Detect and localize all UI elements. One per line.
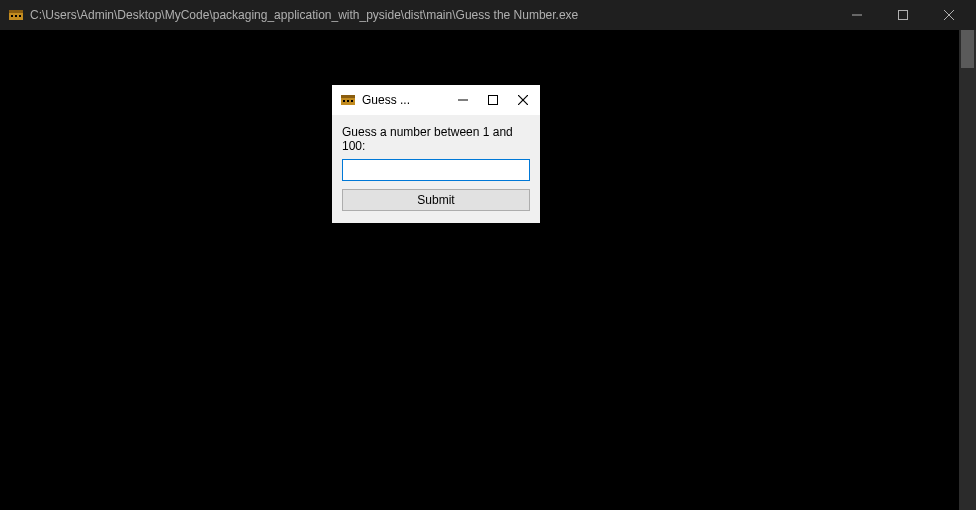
dialog-titlebar[interactable]: Guess ...	[332, 85, 540, 115]
dialog-maximize-button[interactable]	[478, 85, 508, 115]
dialog-body: Guess a number between 1 and 100: Submit	[332, 115, 540, 223]
console-window-controls	[834, 0, 972, 30]
dialog-minimize-button[interactable]	[448, 85, 478, 115]
dialog-close-button[interactable]	[508, 85, 538, 115]
dialog-title: Guess ...	[362, 93, 448, 107]
svg-rect-10	[341, 95, 355, 98]
svg-rect-11	[343, 100, 345, 102]
svg-rect-5	[852, 15, 862, 16]
svg-rect-14	[458, 100, 468, 101]
minimize-button[interactable]	[834, 0, 880, 30]
console-title: C:\Users\Admin\Desktop\MyCode\packaging_…	[30, 8, 834, 22]
dialog-window-controls	[448, 85, 538, 115]
scrollbar-thumb[interactable]	[961, 30, 974, 68]
console-window: C:\Users\Admin\Desktop\MyCode\packaging_…	[0, 0, 976, 510]
svg-rect-4	[19, 15, 21, 17]
svg-rect-2	[11, 15, 13, 17]
svg-rect-6	[899, 11, 908, 20]
svg-rect-13	[351, 100, 353, 102]
vertical-scrollbar[interactable]	[959, 30, 976, 510]
svg-rect-12	[347, 100, 349, 102]
submit-button[interactable]: Submit	[342, 189, 530, 211]
prompt-label: Guess a number between 1 and 100:	[342, 125, 530, 153]
guess-input[interactable]	[342, 159, 530, 181]
maximize-button[interactable]	[880, 0, 926, 30]
dialog-app-icon	[340, 92, 356, 108]
app-icon	[8, 7, 24, 23]
svg-rect-15	[489, 96, 498, 105]
guess-dialog: Guess ...	[332, 85, 540, 223]
svg-rect-1	[9, 10, 23, 13]
svg-rect-3	[15, 15, 17, 17]
console-titlebar: C:\Users\Admin\Desktop\MyCode\packaging_…	[0, 0, 976, 30]
close-button[interactable]	[926, 0, 972, 30]
